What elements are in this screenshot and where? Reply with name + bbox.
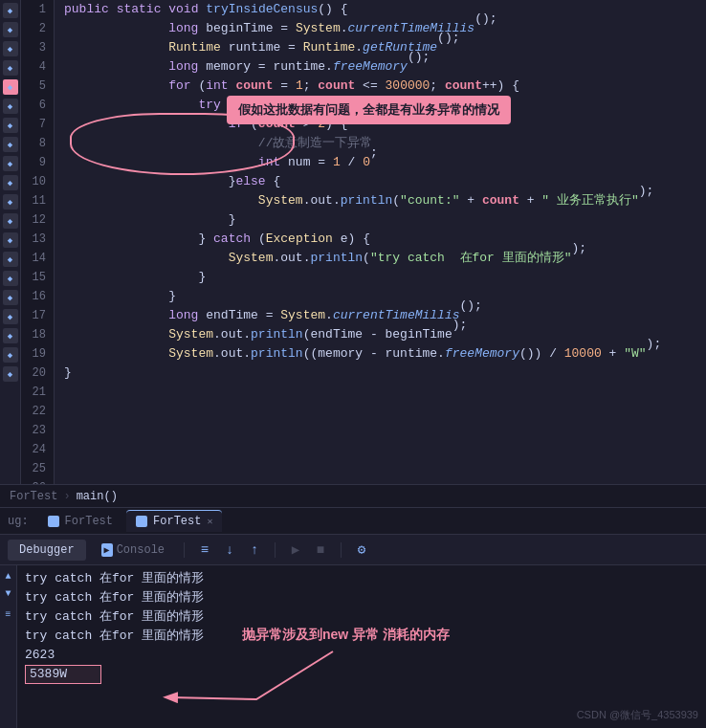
code-line-19: System.out.println((memory - runtime.fre… (64, 344, 706, 364)
debug-btn-4[interactable]: ◆ (3, 60, 18, 76)
debug-btn-7[interactable]: ◆ (3, 118, 18, 133)
breadcrumb-separator: › (63, 490, 70, 503)
debug-btn-12[interactable]: ◆ (3, 213, 18, 229)
debug-btn-1[interactable]: ◆ (3, 3, 18, 18)
debug-btn-6[interactable]: ◆ (3, 99, 18, 114)
console-line-1: try catch 在for 里面的情形 (25, 569, 698, 588)
step-out-icon[interactable]: ↑ (246, 541, 263, 559)
debug-icon-group: ≡ ↓ ↑ ▶ ■ ⚙ (196, 541, 370, 559)
debug-btn-10[interactable]: ◆ (3, 175, 18, 190)
filter-btn[interactable]: ≡ (2, 607, 15, 621)
annotation-memory: 抛异常涉及到new 异常 消耗的内存 (242, 625, 450, 644)
toolbar-separator-1 (184, 542, 185, 558)
watermark: CSDN @微信号_4353939 (577, 705, 698, 724)
breadcrumb-item-2[interactable]: main() (77, 490, 118, 503)
debug-prefix: ug: (8, 515, 29, 528)
console-line-6: 5389W (25, 665, 101, 684)
stop-icon[interactable]: ■ (312, 541, 329, 559)
debug-btn-13[interactable]: ◆ (3, 232, 18, 248)
debug-btn-18[interactable]: ◆ (3, 328, 18, 343)
debug-btn-8[interactable]: ◆ (3, 137, 18, 152)
code-line-5: for (int count = 1; count <= 300000; cou… (64, 77, 706, 96)
debug-panel: Debugger ▶ Console ≡ ↓ ↑ ▶ ■ ⚙ ▲ ▼ (0, 534, 706, 728)
debug-btn-15[interactable]: ◆ (3, 271, 18, 286)
console-line-5: 2623 (25, 646, 698, 665)
debug-btn-2[interactable]: ◆ (3, 22, 18, 37)
debug-btn-5[interactable]: ◆ (3, 79, 18, 95)
debug-btn-17[interactable]: ◆ (3, 309, 18, 324)
tab-label-2: ForTest (153, 515, 201, 528)
debug-btn-16[interactable]: ◆ (3, 290, 18, 305)
console-output: try catch 在for 里面的情形 try catch 在for 里面的情… (17, 565, 706, 728)
step-into-icon[interactable]: ↓ (221, 541, 238, 559)
toolbar-separator-3 (341, 542, 342, 558)
annotation-bubble-1: 假如这批数据有问题，全都是有业务异常的情况 (227, 96, 511, 124)
debug-btn-11[interactable]: ◆ (3, 194, 18, 210)
debug-btn-19[interactable]: ◆ (3, 347, 18, 363)
tab-icon-2 (136, 516, 147, 527)
tab-fortest-inactive[interactable]: ForTest (38, 511, 122, 532)
tab-label-1: ForTest (65, 515, 113, 528)
code-editor: ◆ ◆ ◆ ◆ ◆ ◆ ◆ ◆ ◆ ◆ ◆ ◆ ◆ ◆ ◆ ◆ ◆ ◆ ◆ ◆ (0, 0, 706, 507)
tab-console[interactable]: ▶ Console (90, 540, 176, 561)
line-numbers: 12345 678910 1112131415 1617181920 21222… (21, 0, 55, 484)
debug-toolbar: Debugger ▶ Console ≡ ↓ ↑ ▶ ■ ⚙ (0, 535, 706, 565)
tab-close-button[interactable]: ✕ (207, 516, 212, 527)
debug-gutter: ◆ ◆ ◆ ◆ ◆ ◆ ◆ ◆ ◆ ◆ ◆ ◆ ◆ ◆ ◆ ◆ ◆ ◆ ◆ ◆ (0, 0, 21, 484)
debug-btn-3[interactable]: ◆ (3, 41, 18, 56)
resume-icon[interactable]: ▶ (287, 541, 304, 559)
tab-fortest-active[interactable]: ForTest ✕ (126, 510, 222, 532)
console-icon: ▶ (101, 543, 113, 557)
debug-btn-9[interactable]: ◆ (3, 156, 18, 171)
debug-side-panel: ▲ ▼ ≡ (0, 565, 17, 728)
code-content: public static void tryInsideCensus() { l… (55, 0, 706, 484)
console-line-3: try catch 在for 里面的情形 (25, 607, 698, 627)
debug-btn-20[interactable]: ◆ (3, 366, 18, 382)
breadcrumb: ForTest › main() (0, 484, 706, 507)
breadcrumb-item-1[interactable]: ForTest (10, 490, 57, 503)
settings-icon[interactable]: ⚙ (353, 541, 370, 559)
toolbar-separator-2 (275, 542, 276, 558)
tab-bar: ug: ForTest ForTest ✕ (0, 507, 706, 534)
console-line-2: try catch 在for 里面的情形 (25, 588, 698, 607)
debug-btn-14[interactable]: ◆ (3, 252, 18, 267)
scroll-down-btn[interactable]: ▼ (2, 586, 15, 600)
step-over-icon[interactable]: ≡ (196, 541, 213, 559)
tab-debugger[interactable]: Debugger (8, 540, 86, 561)
tab-icon-1 (48, 516, 59, 527)
scroll-up-btn[interactable]: ▲ (2, 569, 15, 583)
